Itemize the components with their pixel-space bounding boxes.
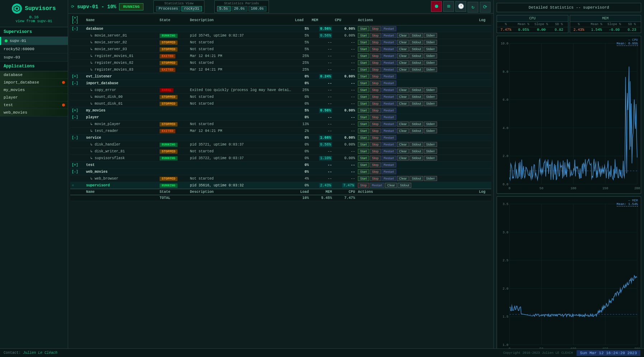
btn-restart[interactable]: Restart	[382, 128, 396, 133]
app-item-import-database[interactable]: import_database	[0, 79, 68, 86]
btn-stderr[interactable]: Stderr	[424, 142, 437, 147]
btn-restart[interactable]: Restart	[382, 94, 396, 99]
group-expand[interactable]: [+]	[70, 73, 85, 80]
btn-start[interactable]: Start	[358, 87, 369, 92]
btn-restart[interactable]: Restart	[382, 122, 396, 127]
btn-restart[interactable]: Restart	[382, 156, 396, 161]
record-button[interactable]: ⏺	[431, 1, 442, 12]
btn-stop[interactable]: Stop	[370, 122, 381, 127]
btn-stdout[interactable]: Stdout	[398, 183, 411, 188]
btn-stderr[interactable]: Stderr	[424, 47, 437, 52]
btn-restart[interactable]: Restart	[382, 142, 396, 147]
btn-clear[interactable]: Clear	[397, 156, 409, 161]
btn-stop[interactable]: Stop	[370, 60, 381, 65]
btn-clear[interactable]: Clear	[397, 149, 409, 154]
btn-stdout[interactable]: Stdout	[409, 94, 423, 99]
btn-start[interactable]: Start	[358, 101, 369, 106]
btn-stderr[interactable]: Stderr	[424, 87, 437, 92]
btn-restart[interactable]: Restart	[382, 108, 396, 113]
btn-start[interactable]: Start	[358, 128, 369, 133]
btn-restart[interactable]: Restart	[382, 162, 396, 167]
btn-restart[interactable]: Restart	[382, 60, 396, 65]
btn-stop[interactable]: Stop	[370, 128, 381, 133]
btn-restart[interactable]: Restart	[382, 176, 396, 181]
btn-stdout[interactable]: Stdout	[409, 40, 423, 45]
btn-stop[interactable]: Stop	[370, 33, 381, 38]
btn-start[interactable]: Start	[358, 33, 369, 38]
stats-tab-rocky31[interactable]: rocky31	[181, 6, 202, 11]
btn-stdout[interactable]: Stdout	[409, 149, 423, 154]
btn-stop[interactable]: Stop	[370, 87, 381, 92]
btn-restart[interactable]: Restart	[382, 67, 396, 72]
btn-start[interactable]: Start	[358, 74, 369, 79]
btn-stdout[interactable]: Stdout	[409, 176, 423, 181]
btn-clear[interactable]: Clear	[385, 183, 397, 188]
btn-clear[interactable]: Clear	[397, 53, 409, 58]
stop-button[interactable]: ⟳	[480, 2, 491, 13]
btn-clear[interactable]: Clear	[397, 40, 409, 45]
btn-restart[interactable]: Restart	[382, 81, 396, 86]
group-expand[interactable]: [-]	[70, 114, 85, 121]
expand-all-icon[interactable]: [+][-]	[72, 16, 78, 24]
btn-start[interactable]: Start	[358, 67, 369, 72]
btn-start[interactable]: Start	[358, 40, 369, 45]
sidebar-item-supv01[interactable]: supv-01	[0, 37, 68, 45]
period-tab-3[interactable]: 160.0s	[248, 6, 266, 11]
group-expand[interactable]: [-]	[70, 25, 85, 32]
btn-restart[interactable]: Restart	[370, 183, 384, 188]
btn-restart[interactable]: Restart	[382, 53, 396, 58]
btn-stdout[interactable]: Stdout	[409, 87, 423, 92]
btn-start[interactable]: Start	[358, 169, 369, 174]
btn-stop[interactable]: Stop	[370, 156, 381, 161]
btn-start[interactable]: Start	[358, 26, 369, 31]
btn-start[interactable]: Start	[358, 135, 369, 140]
btn-stop[interactable]: Stop	[370, 162, 381, 167]
btn-stderr[interactable]: Stderr	[424, 128, 437, 133]
btn-clear[interactable]: Clear	[397, 142, 409, 147]
btn-stdout[interactable]: Stdout	[409, 47, 423, 52]
period-tab-1[interactable]: 5.5s	[217, 6, 231, 11]
btn-stop[interactable]: Stop	[370, 26, 381, 31]
btn-restart[interactable]: Restart	[382, 115, 396, 120]
btn-start[interactable]: Start	[358, 115, 369, 120]
sidebar-item-supv03[interactable]: supv-03	[0, 53, 68, 62]
btn-stop[interactable]: Stop	[370, 74, 381, 79]
app-item-test[interactable]: test	[0, 101, 68, 109]
btn-stop[interactable]: Stop	[370, 176, 381, 181]
app-item-web-movies[interactable]: web_movies	[0, 109, 68, 116]
btn-stop[interactable]: Stop	[370, 53, 381, 58]
btn-restart[interactable]: Restart	[382, 169, 396, 174]
app-item-database[interactable]: database	[0, 71, 68, 79]
btn-stdout[interactable]: Stdout	[409, 101, 423, 106]
btn-stderr[interactable]: Stderr	[424, 149, 437, 154]
btn-start[interactable]: Start	[358, 108, 369, 113]
btn-restart[interactable]: Restart	[382, 149, 396, 154]
btn-stop[interactable]: Stop	[370, 101, 381, 106]
btn-stop[interactable]: Stop	[370, 108, 381, 113]
btn-stop[interactable]: Stop	[370, 142, 381, 147]
btn-stop[interactable]: Stop	[370, 47, 381, 52]
btn-restart[interactable]: Restart	[382, 74, 396, 79]
btn-restart[interactable]: Restart	[382, 33, 396, 38]
btn-clear[interactable]: Clear	[397, 47, 409, 52]
btn-stdout[interactable]: Stdout	[409, 33, 423, 38]
btn-clear[interactable]: Clear	[397, 128, 409, 133]
btn-stop[interactable]: Stop	[370, 67, 381, 72]
btn-start[interactable]: Start	[358, 142, 369, 147]
btn-restart[interactable]: Restart	[382, 87, 396, 92]
app-item-player[interactable]: player	[0, 94, 68, 101]
btn-start[interactable]: Start	[358, 149, 369, 154]
btn-start[interactable]: Start	[358, 60, 369, 65]
btn-restart[interactable]: Restart	[382, 40, 396, 45]
btn-stop[interactable]: Stop	[370, 40, 381, 45]
btn-start[interactable]: Start	[358, 162, 369, 167]
btn-stop[interactable]: Stop	[370, 115, 381, 120]
btn-clear[interactable]: Clear	[397, 94, 409, 99]
btn-stderr[interactable]: Stderr	[424, 122, 437, 127]
btn-restart[interactable]: Restart	[382, 47, 396, 52]
btn-clear[interactable]: Clear	[397, 176, 409, 181]
stats-tab-processes[interactable]: Processes	[156, 6, 180, 11]
btn-stdout[interactable]: Stdout	[409, 53, 423, 58]
sidebar-item-rocky52[interactable]: rocky52:60000	[0, 45, 68, 53]
btn-start[interactable]: Start	[358, 122, 369, 127]
